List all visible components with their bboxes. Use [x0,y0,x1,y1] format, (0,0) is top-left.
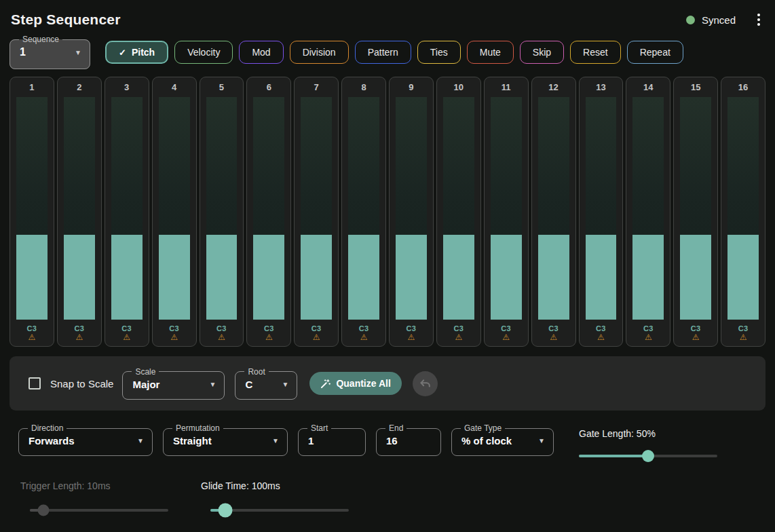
lane-tab-mute[interactable]: ✓ Mute [467,41,514,64]
step-pitch-slider[interactable] [16,97,48,320]
slider-thumb[interactable] [38,505,50,516]
lane-tab-label: Mod [252,47,270,58]
step-column: 13 C3 ⚠ [579,77,624,347]
lane-tab-ties[interactable]: ✓ Ties [417,41,461,64]
step-pitch-slider[interactable] [64,97,95,320]
start-input[interactable]: Start 1 [298,424,366,456]
lane-tab-mod[interactable]: ✓ Mod [239,41,283,64]
chevron-down-icon: ▼ [538,437,545,444]
gate-type-select-label: Gate Type [461,424,505,432]
sequence-select[interactable]: Sequence 1 ▼ [10,35,90,69]
root-select-label: Root [244,368,268,376]
step-column: 12 C3 ⚠ [531,77,576,347]
step-pitch-slider[interactable] [491,97,522,320]
step-number: 11 [485,82,528,92]
step-pitch-fill [348,235,379,320]
step-pitch-slider[interactable] [586,97,617,320]
step-note-label: C3 [58,324,101,332]
step-pitch-slider[interactable] [301,97,332,320]
step-number: 7 [295,82,338,92]
gate-length-label: Gate Length: 50% [579,428,717,439]
step-pitch-fill [64,235,95,320]
slider-track[interactable] [30,509,168,512]
step-pitch-fill [301,235,332,320]
warning-triangle-icon: ⚠ [295,333,338,342]
step-pitch-slider[interactable] [206,97,238,320]
step-pitch-slider[interactable] [538,97,569,320]
chevron-down-icon: ▼ [75,49,81,56]
direction-select-label: Direction [28,424,67,432]
step-column: 7 C3 ⚠ [294,77,339,347]
lane-tabs: ✓ Pitch ✓ Velocity ✓ Mod ✓ Division ✓ Pa… [105,41,683,64]
slider-thumb[interactable] [642,450,654,462]
magic-wand-icon [320,379,330,389]
step-column: 16 C3 ⚠ [721,77,765,347]
scale-select-label: Scale [132,368,159,376]
gate-type-select-value: % of clock [461,435,512,446]
lane-tab-label: Pitch [132,47,155,58]
step-pitch-slider[interactable] [396,97,427,320]
lane-tab-skip[interactable]: ✓ Skip [520,41,564,64]
root-select[interactable]: Root C ▼ [235,368,297,400]
step-pitch-slider[interactable] [253,97,284,320]
start-input-label: Start [307,424,331,432]
step-pitch-fill [680,235,711,320]
step-number: 14 [626,82,670,92]
undo-button[interactable] [413,371,438,396]
controls-row: Sequence 1 ▼ ✓ Pitch ✓ Velocity ✓ Mod ✓ … [0,28,775,69]
lane-tab-velocity[interactable]: ✓ Velocity [174,41,233,64]
gate-type-select[interactable]: Gate Type % of clock ▼ [451,424,554,456]
step-pitch-slider[interactable] [111,97,143,320]
lane-tab-label: Reset [583,47,608,58]
trigger-length-slider[interactable] [30,504,168,517]
warning-triangle-icon: ⚠ [674,333,717,342]
lane-tab-label: Velocity [187,47,220,58]
step-pitch-slider[interactable] [443,97,474,320]
step-number: 15 [674,82,717,92]
warning-triangle-icon: ⚠ [580,333,623,342]
step-note-label: C3 [485,324,528,332]
permutation-select-label: Permutation [172,424,223,432]
step-number: 4 [153,82,196,92]
quantize-all-button[interactable]: Quantize All [309,372,401,395]
step-column: 8 C3 ⚠ [341,77,386,347]
lane-tab-reset[interactable]: ✓ Reset [570,41,621,64]
scale-select[interactable]: Scale Major ▼ [122,368,225,400]
step-pitch-slider[interactable] [159,97,190,320]
permutation-select[interactable]: Permutation Straight ▼ [163,424,288,456]
direction-select-value: Forwards [29,435,75,446]
lane-tab-repeat[interactable]: ✓ Repeat [627,41,683,64]
warning-triangle-icon: ⚠ [247,333,290,342]
lane-tab-pitch[interactable]: ✓ Pitch [105,41,168,64]
chevron-down-icon: ▼ [272,437,279,444]
lane-tab-division[interactable]: ✓ Division [290,41,349,64]
lane-tab-pattern[interactable]: ✓ Pattern [355,41,411,64]
snap-to-scale-checkbox[interactable] [29,377,41,390]
step-pitch-fill [206,235,238,320]
step-note-label: C3 [105,324,149,332]
sync-status-dot-icon [686,16,695,24]
slider-fill [579,455,648,457]
lane-tab-label: Division [303,47,336,58]
direction-select[interactable]: Direction Forwards ▼ [18,424,153,456]
step-number: 16 [721,82,765,92]
step-note-label: C3 [200,324,244,332]
step-pitch-slider[interactable] [727,97,759,320]
gate-length-control: Gate Length: 50% [579,424,717,463]
step-pitch-slider[interactable] [632,97,664,320]
step-pitch-fill [111,235,143,320]
gate-length-slider[interactable] [579,449,717,463]
chevron-down-icon: ▼ [282,381,289,388]
step-column: 14 C3 ⚠ [626,77,670,347]
quantize-all-label: Quantize All [336,378,390,389]
slider-thumb[interactable] [219,504,233,518]
warning-triangle-icon: ⚠ [532,333,575,342]
glide-time-label: Glide Time: 100ms [201,480,364,491]
step-column: 6 C3 ⚠ [246,77,291,347]
glide-time-slider[interactable] [210,504,349,517]
kebab-menu-icon[interactable] [753,11,764,28]
step-pitch-slider[interactable] [680,97,711,320]
end-input[interactable]: End 16 [376,424,441,456]
step-note-label: C3 [342,324,385,332]
step-pitch-slider[interactable] [348,97,379,320]
